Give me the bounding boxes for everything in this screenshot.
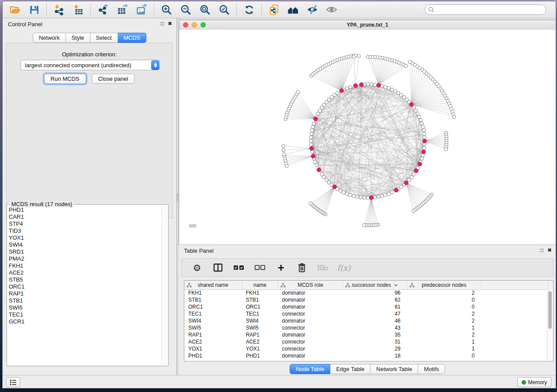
table-settings-icon[interactable]: ⚙ bbox=[191, 262, 203, 273]
table-row[interactable]: ORC1ORC1dominator610 bbox=[184, 303, 547, 310]
table-scrollbar[interactable] bbox=[547, 289, 553, 361]
search-field-wrap bbox=[425, 4, 546, 15]
import-network-icon[interactable] bbox=[53, 3, 65, 16]
refresh-view-icon[interactable] bbox=[243, 3, 255, 16]
column-header-successor-nodes[interactable]: successor nodes bbox=[343, 281, 407, 289]
mcds-node-item[interactable]: YOX1 bbox=[9, 234, 161, 241]
mcds-node-item[interactable]: STP4 bbox=[9, 220, 161, 227]
tab-network-table[interactable]: Network Table bbox=[370, 364, 418, 374]
column-header-filler bbox=[481, 281, 548, 289]
zoom-fit-icon[interactable] bbox=[199, 3, 211, 16]
open-file-icon[interactable] bbox=[9, 3, 21, 16]
table-row[interactable]: YOX1YOX1connector291 bbox=[184, 345, 547, 352]
column-header-MCDS-role[interactable]: MCDS role bbox=[278, 281, 343, 289]
control-panel-tabs: NetworkStyleSelectMCDS bbox=[3, 33, 176, 43]
memory-button[interactable]: Memory bbox=[517, 377, 551, 387]
zoom-selected-icon[interactable] bbox=[218, 3, 230, 16]
criterion-dropdown[interactable]: largest connected component (undirected) bbox=[21, 60, 159, 70]
run-mcds-button[interactable]: Run MCDS bbox=[44, 74, 86, 84]
mcds-result-scrollbar[interactable] bbox=[161, 205, 168, 365]
show-all-icon[interactable] bbox=[325, 3, 338, 16]
mcds-hub-node bbox=[409, 103, 413, 107]
float-panel-icon[interactable]: □ bbox=[540, 247, 543, 253]
mcds-node-item[interactable]: ACE2 bbox=[9, 269, 161, 276]
mcds-node-item[interactable]: PMA2 bbox=[9, 255, 161, 262]
delete-column-icon[interactable] bbox=[296, 262, 308, 273]
mcds-tab-content: Optimization criterion: largest connecte… bbox=[6, 43, 173, 218]
export-network-icon[interactable] bbox=[97, 3, 109, 16]
table-tabs: Node TableEdge TableNetwork TableMotifs bbox=[179, 364, 556, 374]
add-column-icon[interactable]: + bbox=[275, 262, 287, 273]
table-scrollbar-thumb[interactable] bbox=[548, 291, 552, 329]
mcds-node-item[interactable]: ORC1 bbox=[9, 283, 161, 290]
column-header-name[interactable]: name bbox=[242, 281, 278, 289]
mcds-node-item[interactable]: SWI4 bbox=[9, 241, 161, 248]
tab-node-table[interactable]: Node Table bbox=[290, 364, 331, 374]
mcds-hub-node bbox=[317, 168, 321, 172]
search-input[interactable] bbox=[425, 4, 546, 15]
deselect-all-icon[interactable] bbox=[254, 262, 266, 273]
table-row[interactable]: ACE2ACE2connector311 bbox=[184, 338, 547, 345]
mcds-node-item[interactable]: TID3 bbox=[9, 227, 161, 234]
zoom-out-icon[interactable] bbox=[180, 3, 192, 16]
mcds-hub-node bbox=[418, 162, 422, 166]
import-table-icon[interactable] bbox=[72, 3, 84, 16]
mcds-hub-node bbox=[332, 185, 336, 189]
table-panel-header: Table Panel □ ✖ bbox=[179, 245, 556, 256]
status-bar: Memory bbox=[3, 375, 556, 388]
network-canvas[interactable] bbox=[179, 30, 556, 244]
mcds-node-item[interactable]: CAR1 bbox=[9, 213, 161, 220]
network-window: YPA_prune.txt_1 bbox=[179, 20, 556, 244]
column-header-shared-name[interactable]: shared name bbox=[184, 281, 242, 289]
mcds-node-item[interactable]: STB5 bbox=[9, 276, 161, 283]
mcds-node-item[interactable]: SWI5 bbox=[9, 304, 161, 311]
hide-selected-icon[interactable] bbox=[306, 3, 318, 16]
table-row[interactable]: RAP1RAP1dominator352 bbox=[184, 331, 547, 338]
mcds-hub-node bbox=[377, 83, 381, 87]
network-window-title: YPA_prune.txt_1 bbox=[179, 22, 556, 28]
table-row[interactable]: STB1STB1dominator620 bbox=[184, 296, 547, 303]
column-view-icon[interactable] bbox=[212, 262, 224, 273]
table-row[interactable]: TEC1TEC1connector472 bbox=[184, 310, 547, 317]
table-row[interactable]: SWI5SWI5connector431 bbox=[184, 324, 547, 331]
mcds-node-item[interactable]: RAP1 bbox=[9, 290, 161, 297]
float-panel-icon[interactable]: □ bbox=[161, 21, 164, 27]
mcds-node-item[interactable]: TEC1 bbox=[9, 311, 161, 318]
close-panel-icon[interactable]: ✖ bbox=[168, 21, 172, 27]
memory-status-icon bbox=[522, 380, 526, 385]
close-panel-button[interactable]: Close panel bbox=[92, 74, 135, 84]
tab-network[interactable]: Network bbox=[33, 33, 66, 43]
tab-style[interactable]: Style bbox=[66, 33, 90, 43]
export-image-icon[interactable] bbox=[135, 3, 148, 16]
mcds-node-item[interactable]: STB1 bbox=[9, 297, 161, 304]
export-table-icon[interactable] bbox=[116, 3, 128, 16]
mcds-hub-node bbox=[414, 168, 418, 172]
mcds-result-list[interactable]: PHD1CAR1STP4TID3YOX1SWI4SRD1PMA2FKH1ACE2… bbox=[9, 206, 161, 364]
mcds-hub-node bbox=[353, 84, 357, 88]
zoom-in-icon[interactable] bbox=[160, 3, 173, 16]
table-row[interactable]: PHD1PHD1dominator180 bbox=[184, 352, 547, 359]
copy-network-icon[interactable] bbox=[268, 3, 280, 16]
table-panel: Table Panel □ ✖ ⚙ + bbox=[179, 244, 556, 375]
tab-mcds[interactable]: MCDS bbox=[118, 33, 146, 43]
network-window-titlebar[interactable]: YPA_prune.txt_1 bbox=[179, 20, 556, 30]
mcds-hub-node bbox=[422, 150, 426, 154]
mcds-node-item[interactable]: FKH1 bbox=[9, 262, 161, 269]
table-row[interactable]: SWI4SWI4dominator462 bbox=[184, 317, 547, 324]
first-neighbors-icon[interactable] bbox=[287, 3, 299, 16]
select-all-icon[interactable] bbox=[233, 262, 245, 273]
mcds-hub-node bbox=[422, 139, 426, 143]
save-session-icon[interactable] bbox=[28, 3, 40, 16]
horizontal-splitter-grip[interactable] bbox=[189, 224, 196, 227]
tab-select[interactable]: Select bbox=[90, 33, 118, 43]
mcds-node-item[interactable]: PHD1 bbox=[9, 206, 161, 213]
tab-motifs[interactable]: Motifs bbox=[418, 364, 445, 374]
table-row[interactable]: FKH1FKH1dominator962 bbox=[184, 289, 547, 296]
apply-function-icon: f(x) bbox=[338, 262, 349, 273]
task-history-button[interactable] bbox=[6, 377, 20, 387]
close-panel-icon[interactable]: ✖ bbox=[547, 247, 552, 253]
tab-edge-table[interactable]: Edge Table bbox=[330, 364, 370, 374]
column-header-predecessor-nodes[interactable]: predecessor nodes bbox=[407, 281, 481, 289]
mcds-node-item[interactable]: SRD1 bbox=[9, 248, 161, 255]
mcds-node-item[interactable]: GCR1 bbox=[9, 318, 161, 325]
